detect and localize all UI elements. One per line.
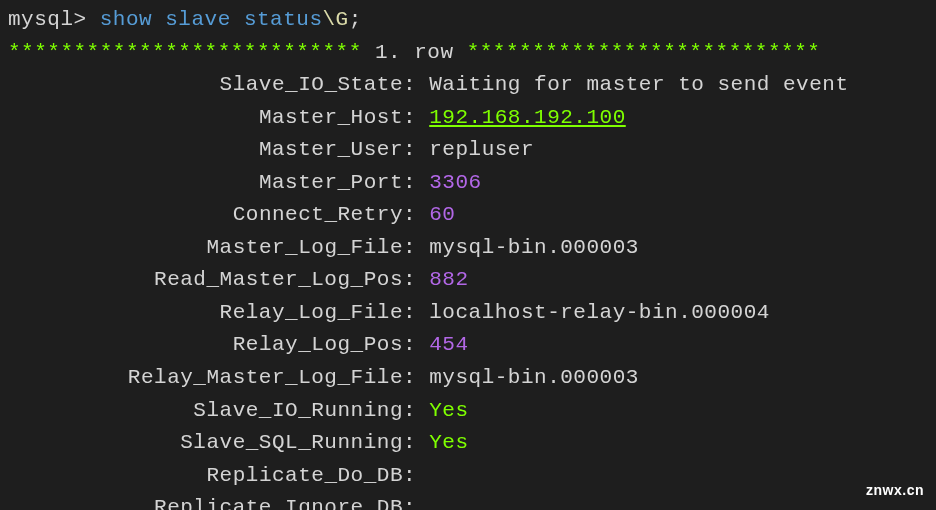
stars-left: *************************** [8,41,362,64]
master-user-value: repluser [429,134,534,167]
slave-sql-running-label: Slave_SQL_Running [8,427,403,460]
cmd-status: status [244,8,323,31]
replicate-do-db-row: Replicate_Do_DB: [8,460,928,493]
watermark: znwx.cn [866,480,924,502]
prompt-prefix: mysql> [8,8,87,31]
master-user-row: Master_User: repluser [8,134,928,167]
read-master-log-pos-label: Read_Master_Log_Pos [8,264,403,297]
replicate-ignore-db-label: Replicate_Ignore_DB [8,492,403,510]
relay-log-pos-row: Relay_Log_Pos: 454 [8,329,928,362]
slave-io-state-row: Slave_IO_State: Waiting for master to se… [8,69,928,102]
read-master-log-pos-value: 882 [429,264,468,297]
slave-io-state-value: Waiting for master to send event [429,69,848,102]
read-master-log-pos-row: Read_Master_Log_Pos: 882 [8,264,928,297]
relay-log-file-label: Relay_Log_File [8,297,403,330]
connect-retry-value: 60 [429,199,455,232]
relay-log-file-value: localhost-relay-bin.000004 [429,297,770,330]
cmd-semicolon: ; [349,8,362,31]
master-user-label: Master_User [8,134,403,167]
master-port-label: Master_Port [8,167,403,200]
replicate-ignore-db-row: Replicate_Ignore_DB: [8,492,928,510]
master-host-value: 192.168.192.100 [429,102,626,135]
relay-log-pos-value: 454 [429,329,468,362]
connect-retry-row: Connect_Retry: 60 [8,199,928,232]
master-log-file-value: mysql-bin.000003 [429,232,639,265]
relay-log-file-row: Relay_Log_File: localhost-relay-bin.0000… [8,297,928,330]
slave-sql-running-value: Yes [429,427,468,460]
cmd-slave: slave [165,8,231,31]
cmd-vertical: \G [323,8,349,31]
master-log-file-row: Master_Log_File: mysql-bin.000003 [8,232,928,265]
slave-io-state-label: Slave_IO_State [8,69,403,102]
master-port-value: 3306 [429,167,481,200]
master-host-label: Master_Host [8,102,403,135]
slave-sql-running-row: Slave_SQL_Running: Yes [8,427,928,460]
relay-master-log-file-row: Relay_Master_Log_File: mysql-bin.000003 [8,362,928,395]
row-text: row [414,41,453,64]
row-number: 1. [375,41,401,64]
relay-log-pos-label: Relay_Log_Pos [8,329,403,362]
replicate-do-db-label: Replicate_Do_DB [8,460,403,493]
mysql-prompt-line: mysql> show slave status\G; [8,4,928,37]
master-host-row: Master_Host: 192.168.192.100 [8,102,928,135]
master-log-file-label: Master_Log_File [8,232,403,265]
slave-io-running-label: Slave_IO_Running [8,395,403,428]
stars-right: *************************** [467,41,821,64]
cmd-show: show [100,8,152,31]
master-port-row: Master_Port: 3306 [8,167,928,200]
row-separator: *************************** 1. row *****… [8,37,928,70]
relay-master-log-file-label: Relay_Master_Log_File [8,362,403,395]
slave-io-running-value: Yes [429,395,468,428]
relay-master-log-file-value: mysql-bin.000003 [429,362,639,395]
connect-retry-label: Connect_Retry [8,199,403,232]
slave-io-running-row: Slave_IO_Running: Yes [8,395,928,428]
